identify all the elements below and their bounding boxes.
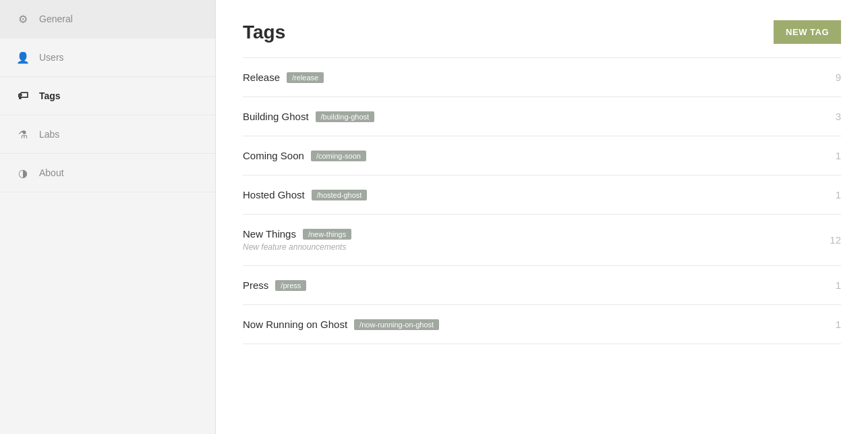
tag-name: Release [243, 72, 280, 83]
tag-left-1: Release/release [243, 72, 324, 83]
sidebar-item-tags[interactable]: 🏷Tags [0, 77, 215, 115]
sidebar-item-about[interactable]: ◑About [0, 154, 215, 192]
tag-count: 1 [821, 150, 841, 161]
tag-row[interactable]: Hosted Ghost/hosted-ghost1 [243, 175, 841, 215]
tag-row[interactable]: Building Ghost/building-ghost3 [243, 97, 841, 136]
tag-name: Press [243, 279, 268, 291]
tag-list: Release/release9Building Ghost/building-… [243, 58, 841, 344]
tag-name: New Things [243, 228, 296, 240]
tag-count: 3 [821, 111, 841, 122]
tag-name: Now Running on Ghost [243, 319, 347, 330]
sidebar-item-users[interactable]: 👤Users [0, 38, 215, 77]
sidebar-item-labs[interactable]: ⚗Labs [0, 115, 215, 154]
main-header: Tags NEW TAG [243, 0, 841, 58]
tag-left-7: Now Running on Ghost/now-running-on-ghos… [243, 319, 439, 330]
tag-slug: /new-things [303, 229, 351, 240]
tag-name: Hosted Ghost [243, 189, 305, 200]
sidebar-item-label-about: About [39, 167, 64, 178]
sidebar-item-label-general: General [39, 13, 73, 24]
sidebar-item-label-labs: Labs [39, 129, 59, 140]
general-icon: ⚙ [16, 12, 30, 26]
main-content: Tags NEW TAG Release/release9Building Gh… [216, 0, 868, 434]
tags-icon: 🏷 [16, 89, 30, 103]
tag-count: 9 [821, 72, 841, 83]
tag-row[interactable]: New Things/new-thingsNew feature announc… [243, 215, 841, 266]
tag-row[interactable]: Release/release9 [243, 58, 841, 97]
tag-count: 1 [821, 189, 841, 200]
sidebar-item-label-users: Users [39, 52, 64, 63]
sidebar-item-general[interactable]: ⚙General [0, 0, 215, 38]
users-icon: 👤 [16, 51, 30, 64]
sidebar-item-label-tags: Tags [39, 90, 61, 101]
tag-count: 1 [821, 319, 841, 330]
tag-slug: /coming-soon [311, 151, 366, 161]
tag-row[interactable]: Coming Soon/coming-soon1 [243, 136, 841, 175]
tag-name: Coming Soon [243, 150, 304, 161]
tag-row[interactable]: Press/press1 [243, 266, 841, 305]
tag-name: Building Ghost [243, 111, 309, 122]
tag-name-line-2: Building Ghost/building-ghost [243, 111, 374, 122]
tag-description: New feature announcements [243, 242, 351, 252]
tag-left-3: Coming Soon/coming-soon [243, 150, 366, 161]
labs-icon: ⚗ [16, 128, 30, 141]
tag-slug: /press [275, 280, 306, 291]
tag-left-6: Press/press [243, 279, 306, 291]
tag-count: 12 [821, 234, 841, 246]
tag-name-line-3: Coming Soon/coming-soon [243, 150, 366, 161]
tag-row[interactable]: Now Running on Ghost/now-running-on-ghos… [243, 305, 841, 344]
tag-count: 1 [821, 279, 841, 291]
tag-name-line-6: Press/press [243, 279, 306, 291]
tag-left-5: New Things/new-thingsNew feature announc… [243, 228, 351, 252]
tag-slug: /now-running-on-ghost [354, 319, 439, 330]
sidebar: ⚙General👤Users🏷Tags⚗Labs◑About [0, 0, 216, 434]
tag-left-2: Building Ghost/building-ghost [243, 111, 374, 122]
tag-name-line-4: Hosted Ghost/hosted-ghost [243, 189, 367, 200]
page-title: Tags [243, 22, 285, 43]
tag-slug: /building-ghost [316, 111, 375, 122]
new-tag-button[interactable]: NEW TAG [774, 20, 841, 44]
tag-name-line-7: Now Running on Ghost/now-running-on-ghos… [243, 319, 439, 330]
tag-slug: /release [287, 72, 324, 83]
tag-left-4: Hosted Ghost/hosted-ghost [243, 189, 367, 200]
tag-name-line-5: New Things/new-things [243, 228, 351, 240]
tag-name-line-1: Release/release [243, 72, 324, 83]
tag-slug: /hosted-ghost [312, 190, 368, 200]
about-icon: ◑ [16, 166, 30, 180]
